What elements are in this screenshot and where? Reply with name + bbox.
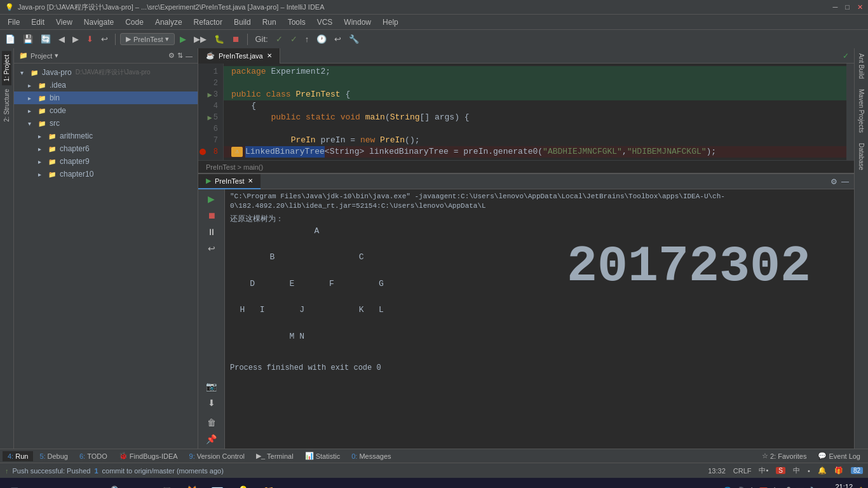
close-button[interactable]: ✕ <box>857 3 863 11</box>
breadcrumb-text: PreInTest > main() <box>206 163 263 171</box>
maximize-button[interactable]: □ <box>845 3 850 11</box>
project-tab[interactable]: 1: Project <box>2 51 11 85</box>
code-content[interactable]: package Experiment2; public class PreInT… <box>224 64 846 160</box>
run-tab-run[interactable]: ▶ PreInTest ✕ <box>198 174 261 189</box>
menu-refactor[interactable]: Refactor <box>189 17 227 28</box>
editor-tab-close[interactable]: ✕ <box>267 52 272 59</box>
menu-help[interactable]: Help <box>377 17 403 28</box>
debug-button[interactable]: 🐛 <box>212 33 227 45</box>
bottom-tab-statistic[interactable]: 📊 Statistic <box>300 451 346 461</box>
git-push-button[interactable]: ↑ <box>302 33 312 45</box>
git-check-button[interactable]: ✓ <box>273 33 285 45</box>
tree-root[interactable]: ▾ 📁 Java-pro D:\JAVA程序设计\Java-pro <box>14 66 198 79</box>
new-file-button[interactable]: 📄 <box>3 33 18 45</box>
menu-vcs[interactable]: VCS <box>312 17 338 28</box>
bottom-tab-debug[interactable]: 5: Debug <box>34 451 73 461</box>
taskbar-multitask[interactable]: ▦ <box>53 479 76 488</box>
breakpoint-8[interactable] <box>200 149 206 155</box>
run-pin-button[interactable]: 📌 <box>205 432 219 446</box>
taskbar-ie[interactable]: e <box>79 479 102 488</box>
menu-navigate[interactable]: Navigate <box>79 17 119 28</box>
taskbar-search2[interactable]: 🔍 <box>104 479 127 488</box>
bottom-tab-favorites[interactable]: ☆ 2: Favorites <box>757 451 811 461</box>
tree-chapter9[interactable]: ▸ 📁 chapter9 <box>14 155 198 168</box>
bottom-tab-findbugs[interactable]: 🐞 FindBugs-IDEA <box>114 451 183 461</box>
run-restart-button[interactable]: ▶ <box>205 192 219 206</box>
expand-arrow-3[interactable]: ▶ <box>208 90 212 100</box>
menu-analyze[interactable]: Analyze <box>150 17 187 28</box>
tree-chapter10[interactable]: ▸ 📁 chapter10 <box>14 168 198 180</box>
project-collapse-icon[interactable]: — <box>186 52 193 60</box>
menu-tools[interactable]: Tools <box>283 17 311 28</box>
editor-scrollbar[interactable] <box>846 64 854 160</box>
bottom-tab-vcs[interactable]: 9: Version Control <box>184 451 250 461</box>
menu-view[interactable]: View <box>51 17 78 28</box>
menu-window[interactable]: Window <box>339 17 376 28</box>
tree-code[interactable]: ▸ 📁 code <box>14 104 198 117</box>
forward-button[interactable]: ▶ <box>70 33 81 45</box>
taskbar-app3[interactable]: ⊙ <box>130 479 153 488</box>
maven-projects-tab[interactable]: Maven Projects <box>857 84 866 138</box>
project-dropdown-icon[interactable]: ▾ <box>55 51 58 60</box>
taskbar-game[interactable]: 🎮 <box>155 479 178 488</box>
tree-arithmetic[interactable]: ▸ 📁 arithmetic <box>14 130 198 142</box>
git-check2-button[interactable]: ✓ <box>288 33 300 45</box>
run-wrap-button[interactable]: ↩ <box>205 241 219 255</box>
run-settings-icon[interactable]: ⚙ <box>831 177 837 186</box>
menu-build[interactable]: Build <box>229 17 256 28</box>
run-scroll-end-button[interactable]: ⬇ <box>205 396 219 410</box>
bottom-tab-messages[interactable]: 0: Messages <box>346 451 396 461</box>
minimize-button[interactable]: ─ <box>833 3 838 11</box>
run-config[interactable]: ▶ PreInTest ▾ <box>120 33 175 45</box>
status-gift: 🎁 <box>834 466 843 475</box>
project-sort-icon[interactable]: ⇅ <box>177 51 183 60</box>
menu-code[interactable]: Code <box>120 17 149 28</box>
bottom-tab-terminal[interactable]: ▶_ Terminal <box>251 451 299 461</box>
menu-edit[interactable]: Edit <box>26 17 50 28</box>
menu-run[interactable]: Run <box>257 17 281 28</box>
menu-file[interactable]: File <box>3 17 25 28</box>
taskbar-search[interactable]: ○ <box>28 479 51 488</box>
settings-button[interactable]: 🔧 <box>346 33 362 45</box>
tree-bin[interactable]: ▸ 📁 bin <box>14 92 198 104</box>
sync-button[interactable]: 🔄 <box>38 33 53 45</box>
bottom-tab-eventlog[interactable]: 💬 Event Log <box>813 451 865 461</box>
taskbar-folder[interactable]: 📁 <box>257 479 280 488</box>
taskbar-mail[interactable]: 📧 <box>206 479 229 488</box>
editor-section: ☕ PreInTest.java ✕ ✓ 1 2 ▶ 3 4 <box>198 48 854 173</box>
update-button[interactable]: ⬇ <box>84 33 96 45</box>
bottom-tab-todo[interactable]: 6: TODO <box>74 451 112 461</box>
run-clear-button[interactable]: 🗑 <box>205 416 219 430</box>
taskbar-intellij[interactable]: 💡 <box>231 479 254 488</box>
tree-chapter6[interactable]: ▸ 📁 chapter6 <box>14 142 198 155</box>
undo2-button[interactable]: ↩ <box>332 33 344 45</box>
run-scroll-top-button[interactable]: 📷 <box>205 379 219 393</box>
tree-src[interactable]: ▾ 📁 src <box>14 117 198 130</box>
run-pause-button[interactable]: ⏸ <box>205 225 219 239</box>
eventlog-icon: 💬 <box>818 452 827 460</box>
run-sidebar-spacer <box>211 258 212 377</box>
run-tab-run-close[interactable]: ✕ <box>248 177 253 184</box>
save-button[interactable]: 💾 <box>20 33 36 45</box>
git-history-button[interactable]: 🕐 <box>314 33 329 45</box>
bottom-tab-run[interactable]: 4: Run <box>3 451 33 461</box>
run-stop-button[interactable]: ⏹ <box>205 208 219 222</box>
back-button[interactable]: ◀ <box>56 33 67 45</box>
ant-build-tab[interactable]: Ant Build <box>857 48 866 84</box>
taskbar-firefox[interactable]: 🦊 <box>180 479 203 488</box>
statistic-tab-label: Statistic <box>316 452 341 460</box>
status-notification: 🔔 <box>818 466 827 475</box>
project-gear-icon[interactable]: ⚙ <box>168 51 175 60</box>
start-button[interactable]: ⊞ <box>3 479 25 488</box>
run-with-coverage-button[interactable]: ▶▶ <box>191 33 209 45</box>
structure-tab[interactable]: 2: Structure <box>2 85 11 126</box>
undo-button[interactable]: ↩ <box>98 33 111 45</box>
expand-arrow-5[interactable]: ▶ <box>208 113 212 123</box>
findbugs-tab-label: FindBugs-IDEA <box>130 452 178 460</box>
tree-idea[interactable]: ▸ 📁 .idea <box>14 79 198 92</box>
database-tab[interactable]: Database <box>857 138 866 175</box>
run-minimize-icon[interactable]: — <box>841 177 849 186</box>
run-button[interactable]: ▶ <box>177 33 189 45</box>
stop-button[interactable]: ⏹ <box>229 33 243 45</box>
editor-tab-preintest[interactable]: ☕ PreInTest.java ✕ <box>198 48 280 64</box>
